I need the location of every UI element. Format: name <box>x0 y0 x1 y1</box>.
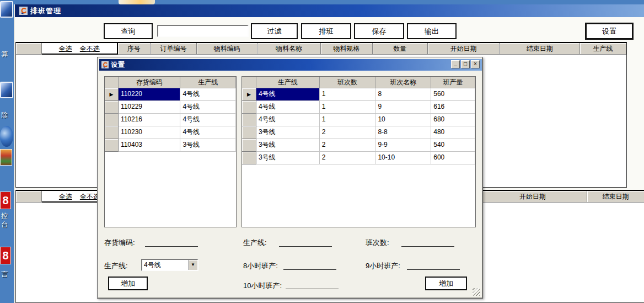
table-row[interactable]: 110229 4号线 <box>105 101 236 114</box>
select-all-link[interactable]: 全选 <box>59 191 72 201</box>
table-row[interactable]: 3号线 2 9-9 540 <box>242 139 475 152</box>
row-marker-cell[interactable] <box>242 139 256 152</box>
column-header[interactable]: 班次数 <box>320 77 376 88</box>
column-header[interactable]: 序号 <box>118 43 151 55</box>
row-marker-cell[interactable]: ▶ <box>242 88 256 101</box>
cell-line[interactable]: 3号线 <box>256 152 320 164</box>
cell-line[interactable]: 4号线 <box>180 88 236 101</box>
cell-shift-output[interactable]: 680 <box>431 114 475 126</box>
query-button[interactable]: 查询 <box>104 23 153 39</box>
column-header[interactable]: 生产线 <box>580 43 626 55</box>
export-button[interactable]: 输出 <box>407 23 457 39</box>
cell-line[interactable]: 3号线 <box>256 139 320 152</box>
erp-app-icon[interactable]: 8 <box>0 247 11 264</box>
cell-line[interactable]: 4号线 <box>180 114 236 126</box>
column-header[interactable]: 数量 <box>373 43 428 55</box>
cell-shift-name[interactable]: 10 <box>375 114 431 126</box>
table-row[interactable]: 110216 4号线 <box>105 114 236 126</box>
cell-shift-count[interactable]: 1 <box>320 101 376 114</box>
column-header[interactable]: 物料编码 <box>197 43 257 55</box>
cell-shift-output[interactable]: 600 <box>431 152 475 164</box>
column-header[interactable]: 生产线 <box>256 77 320 88</box>
network-globe-icon[interactable] <box>0 126 13 147</box>
close-button[interactable]: × <box>471 60 480 68</box>
row-marker-cell[interactable] <box>242 114 256 126</box>
table-row[interactable]: 4号线 1 9 616 <box>242 101 475 114</box>
arrange-button[interactable]: 排班 <box>301 23 351 39</box>
select-all-link[interactable]: 全选 <box>59 43 72 54</box>
cell-inventory-code[interactable]: 110230 <box>119 126 181 139</box>
column-header[interactable]: 订单编号 <box>151 43 197 55</box>
cell-shift-count[interactable]: 2 <box>320 126 376 139</box>
column-header[interactable]: 开始日期 <box>478 191 587 203</box>
line-field[interactable] <box>279 246 332 247</box>
cell-line[interactable]: 4号线 <box>256 101 320 114</box>
table-row[interactable]: ▶ 4号线 1 8 560 <box>242 88 475 101</box>
row-marker-cell[interactable] <box>105 139 119 152</box>
column-header[interactable]: 结束日期 <box>587 191 644 203</box>
resize-grip[interactable] <box>473 288 480 296</box>
main-titlebar[interactable]: 排班管理 <box>15 4 644 17</box>
erp-app-icon[interactable]: 8 <box>0 192 11 209</box>
cell-shift-name[interactable]: 9 <box>375 101 431 114</box>
cell-shift-count[interactable]: 2 <box>320 139 376 152</box>
column-header[interactable]: 结束日期 <box>500 43 580 55</box>
cell-shift-output[interactable]: 560 <box>431 88 475 101</box>
maximize-button[interactable]: □ <box>461 60 470 68</box>
column-header[interactable]: 班次名称 <box>375 77 431 88</box>
shift10-field[interactable] <box>286 289 339 289</box>
column-header[interactable]: 开始日期 <box>428 43 500 55</box>
my-computer-icon[interactable] <box>0 1 13 18</box>
filter-button[interactable]: 过滤 <box>251 23 298 39</box>
computer-icon[interactable] <box>0 82 13 98</box>
add-shift-button[interactable]: 增加 <box>425 277 467 290</box>
cell-shift-output[interactable]: 540 <box>431 139 475 152</box>
cell-shift-name[interactable]: 10-10 <box>375 152 431 164</box>
row-marker-cell[interactable]: ▶ <box>105 88 119 101</box>
table-row[interactable]: ▶ 110220 4号线 <box>105 88 236 101</box>
cell-line[interactable]: 4号线 <box>180 101 236 114</box>
dialog-titlebar[interactable]: 设置 _ □ × <box>99 59 482 71</box>
cell-shift-name[interactable]: 8-8 <box>375 126 431 139</box>
table-row[interactable]: 3号线 2 10-10 600 <box>242 152 475 164</box>
column-header[interactable]: 存货编码 <box>119 77 181 88</box>
cell-shift-output[interactable]: 616 <box>431 101 475 114</box>
chevron-down-icon[interactable]: ▼ <box>188 260 197 270</box>
cell-line[interactable]: 4号线 <box>180 126 236 139</box>
shift-count-field[interactable] <box>401 246 454 247</box>
inventory-code-field[interactable] <box>145 246 198 247</box>
cell-shift-count[interactable]: 1 <box>320 114 376 126</box>
table-row[interactable]: 110230 4号线 <box>105 126 236 139</box>
filter-input[interactable] <box>157 25 249 37</box>
cell-inventory-code[interactable]: 110216 <box>119 114 181 126</box>
save-button[interactable]: 保存 <box>354 23 404 39</box>
minimize-button[interactable]: _ <box>451 60 460 68</box>
cell-line[interactable]: 4号线 <box>256 88 320 101</box>
cell-line[interactable]: 4号线 <box>256 114 320 126</box>
line-select[interactable]: 4号线 ▼ <box>141 259 198 271</box>
table-row[interactable]: 3号线 2 8-8 480 <box>242 126 475 139</box>
row-marker-cell[interactable] <box>242 152 256 164</box>
cell-shift-count[interactable]: 2 <box>320 152 376 164</box>
application-icon[interactable] <box>0 149 12 166</box>
cell-inventory-code[interactable]: 110403 <box>119 139 181 152</box>
cell-line[interactable]: 3号线 <box>256 126 320 139</box>
shift9-field[interactable] <box>407 269 460 270</box>
add-inventory-button[interactable]: 增加 <box>108 277 148 290</box>
cell-shift-output[interactable]: 480 <box>431 126 475 139</box>
column-header[interactable]: 物料名称 <box>257 43 321 55</box>
cell-shift-name[interactable]: 9-9 <box>375 139 431 152</box>
row-marker-cell[interactable] <box>242 126 256 139</box>
cell-inventory-code[interactable]: 110220 <box>119 88 181 101</box>
cell-inventory-code[interactable]: 110229 <box>119 101 181 114</box>
cell-line[interactable]: 3号线 <box>180 139 236 152</box>
cell-shift-name[interactable]: 8 <box>375 88 431 101</box>
table-row[interactable]: 110403 3号线 <box>105 139 236 152</box>
column-header[interactable]: 班产量 <box>431 77 475 88</box>
select-none-link[interactable]: 全不选 <box>80 43 100 54</box>
table-row[interactable]: 4号线 1 10 680 <box>242 114 475 126</box>
row-marker-cell[interactable] <box>242 101 256 114</box>
settings-button[interactable]: 设置 <box>585 23 634 40</box>
column-header[interactable]: 物料规格 <box>321 43 373 55</box>
shift8-field[interactable] <box>283 269 336 270</box>
